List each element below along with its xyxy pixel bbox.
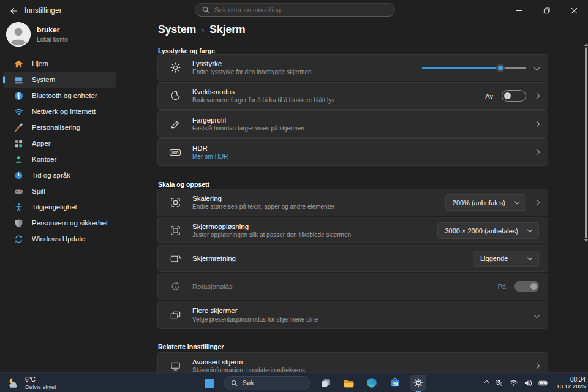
brightness-row[interactable]: Lysstyrke Endre lysstyrke for den inneby… <box>157 54 548 81</box>
resolution-subtitle: Juster oppløsningen slik at passer den t… <box>192 232 437 238</box>
scaling-icon <box>158 197 192 208</box>
hdr-row[interactable]: HDR HDR Mer om HDR <box>157 138 548 166</box>
brightness-slider[interactable] <box>422 64 526 72</box>
title-bar: Innstillinger <box>0 0 588 22</box>
orientation-row[interactable]: Skjermretning Liggende <box>157 245 548 272</box>
volume-icon[interactable] <box>524 379 533 388</box>
task-view-button[interactable] <box>317 375 333 391</box>
start-button[interactable] <box>201 375 217 391</box>
rotation-lock-state: På <box>498 283 506 290</box>
multiple-displays-row[interactable]: Flere skjermer Velge presentasjonsmodus … <box>157 301 548 329</box>
night-light-title: Kveldsmodus <box>192 88 485 96</box>
eyedropper-icon <box>158 118 192 130</box>
minimize-button[interactable] <box>505 0 533 21</box>
search-icon <box>231 380 238 386</box>
orientation-icon <box>158 253 192 265</box>
night-light-row[interactable]: Kveldsmodus Bruk varmere farger for å bi… <box>157 82 548 110</box>
sidebar-item-bluetooth[interactable]: Bluetooth og enheter <box>3 88 116 104</box>
taskbar-search-label: Søk <box>243 379 254 386</box>
system-icon <box>13 75 23 85</box>
night-light-state: Av <box>485 92 493 100</box>
weather-widget[interactable]: 6°C Delvis skyet <box>4 373 59 392</box>
user-account-type: Lokal konto <box>37 36 68 43</box>
weather-condition: Delvis skyet <box>25 383 56 390</box>
svg-text:a: a <box>174 285 176 288</box>
chevron-down-icon[interactable] <box>534 312 540 318</box>
color-profile-subtitle: Fastslå hvordan farger vises på skjermen <box>192 125 535 132</box>
scaling-row[interactable]: Skalering Endre størrelsen på tekst, app… <box>157 189 548 216</box>
taskbar-search-box[interactable]: Søk <box>224 376 310 390</box>
sidebar-item-system[interactable]: System <box>3 72 116 88</box>
sidebar-item-label: System <box>32 76 55 83</box>
edge-browser-button[interactable] <box>364 375 380 391</box>
advanced-display-icon <box>158 360 192 372</box>
multiple-displays-title: Flere skjermer <box>192 307 535 314</box>
color-profile-title: Fargeprofil <box>192 116 535 124</box>
taskbar-center: Søk <box>201 373 426 392</box>
microsoft-store-button[interactable] <box>387 375 403 391</box>
resolution-dropdown[interactable]: 3000 × 2000 (anbefales) <box>437 222 539 239</box>
night-light-icon <box>158 90 192 102</box>
sidebar-item-accounts[interactable]: Kontoer <box>3 151 116 167</box>
home-icon <box>13 59 23 69</box>
chevron-down-icon[interactable] <box>534 65 540 71</box>
back-arrow-icon <box>9 7 18 15</box>
chevron-right-icon[interactable] <box>534 363 540 369</box>
rotation-lock-icon: a <box>158 281 192 292</box>
sidebar-item-personalization[interactable]: Personalisering <box>3 119 116 135</box>
user-profile[interactable]: bruker Lokal konto <box>6 22 68 47</box>
orientation-dropdown[interactable]: Liggende <box>473 251 539 267</box>
resolution-icon <box>158 225 192 236</box>
night-light-toggle[interactable] <box>502 90 526 102</box>
sidebar-item-time-language[interactable]: Tid og språk <box>3 167 116 183</box>
rotation-lock-row: a Rotasjonslås På <box>157 273 548 300</box>
taskbar: 6°C Delvis skyet Søk <box>0 372 588 392</box>
color-profile-row[interactable]: Fargeprofil Fastslå hvordan farger vises… <box>157 110 548 138</box>
night-light-subtitle: Bruk varmere farger for å bidra til å bl… <box>192 97 485 104</box>
search-icon <box>202 6 209 13</box>
sidebar-item-label: Windows Update <box>32 235 85 243</box>
sidebar-item-home[interactable]: Hjem <box>3 56 116 72</box>
chevron-right-icon[interactable] <box>534 121 540 127</box>
resolution-row[interactable]: Skjermoppløsning Juster oppløsningen sli… <box>157 217 548 244</box>
avatar <box>6 22 31 47</box>
close-button[interactable] <box>560 0 588 21</box>
scaling-dropdown[interactable]: 200% (anbefales) <box>445 194 526 211</box>
app-title: Innstillinger <box>24 6 62 15</box>
shield-icon <box>13 218 23 228</box>
clock-widget[interactable]: 08:34 13.12.2025 <box>554 376 586 390</box>
sun-icon <box>158 62 192 74</box>
chevron-right-icon[interactable] <box>534 149 540 156</box>
clock-icon <box>13 170 23 180</box>
settings-search-box[interactable] <box>195 3 395 17</box>
hdr-link[interactable]: Mer om HDR <box>192 153 535 160</box>
vertical-scrollbar[interactable] <box>585 47 587 238</box>
sidebar-item-network[interactable]: Nettverk og Internett <box>3 104 116 119</box>
sidebar-item-gaming[interactable]: Spill <box>3 183 116 199</box>
sidebar-item-apps[interactable]: Apper <box>3 135 116 151</box>
brightness-slider-thumb[interactable] <box>496 64 505 72</box>
tray-time: 08:34 <box>556 376 586 383</box>
settings-app-button[interactable] <box>410 375 426 391</box>
wifi-status-icon[interactable] <box>509 379 518 388</box>
scaling-title: Skalering <box>192 195 445 202</box>
back-button[interactable] <box>6 4 21 18</box>
multiple-displays-icon <box>158 309 192 321</box>
sidebar-item-label: Hjem <box>32 60 48 67</box>
sidebar-item-accessibility[interactable]: Tilgjengelighet <box>3 199 116 215</box>
hidden-icons-chevron[interactable] <box>484 380 490 386</box>
mic-muted-icon[interactable] <box>494 379 503 388</box>
tray-date: 13.12.2025 <box>556 383 586 390</box>
sidebar-item-privacy[interactable]: Personvern og sikkerhet <box>3 215 116 231</box>
brightness-subtitle: Endre lysstyrke for den innebygde skjerm… <box>192 69 422 75</box>
search-input[interactable] <box>214 6 388 13</box>
chevron-right-icon[interactable] <box>534 93 540 99</box>
maximize-button[interactable] <box>533 0 560 21</box>
wifi-icon <box>13 107 23 116</box>
breadcrumb-parent[interactable]: System <box>158 23 196 36</box>
paintbrush-icon <box>13 123 23 132</box>
chevron-right-icon[interactable] <box>534 200 540 206</box>
sidebar-item-windows-update[interactable]: Windows Update <box>3 231 116 247</box>
file-explorer-button[interactable] <box>341 375 356 391</box>
battery-charging-icon[interactable] <box>538 379 549 388</box>
